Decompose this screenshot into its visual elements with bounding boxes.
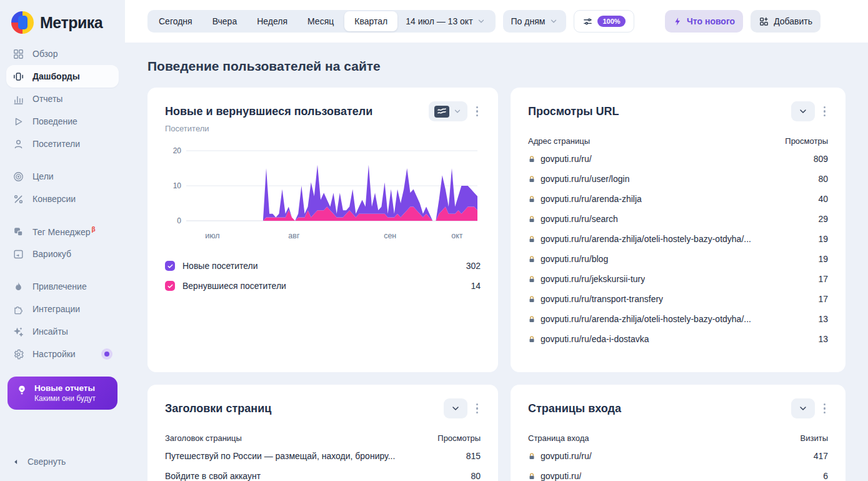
granularity-dropdown[interactable]: По дням [503, 10, 567, 33]
tag-manager-icon [12, 226, 24, 238]
row-label: govputi.ru/ru/eda-i-dostavka [541, 334, 649, 344]
sidebar-item-label: Конверсии [32, 194, 76, 204]
tab-quarter[interactable]: Квартал [344, 11, 397, 31]
legend-value: 302 [466, 261, 481, 271]
sidebar-item-label: Тег Менеджерβ [32, 226, 96, 237]
sidebar-item-reports[interactable]: Отчеты [6, 88, 119, 110]
collapse-sidebar-button[interactable]: Свернуть [6, 451, 119, 472]
chart-type-selector[interactable] [429, 101, 467, 121]
metrika-logo[interactable]: Метрика [6, 9, 119, 43]
sidebar-item-label: Дашборды [32, 71, 80, 81]
tab-month[interactable]: Месяц [297, 11, 344, 31]
legend-label: Новые посетители [182, 261, 258, 271]
legend-item-returning-visitors[interactable]: Вернувшиеся посетители 14 [165, 276, 481, 296]
card-title: Страницы входа [528, 402, 621, 415]
card-url-views: Просмотры URL Адрес страницы Просмотры g… [511, 88, 846, 372]
table-row[interactable]: govputi.ru/ru/search29 [528, 209, 828, 229]
checkbox-checked-icon[interactable] [165, 261, 175, 271]
lock-icon [528, 215, 536, 223]
sidebar-item-overview[interactable]: Обзор [6, 43, 119, 65]
lock-icon [528, 235, 536, 243]
legend-label: Вернувшиеся посетители [182, 281, 286, 291]
table-row[interactable]: govputi.ru/6 [528, 466, 828, 481]
row-value: 40 [818, 194, 828, 204]
topbar: Сегодня Вчера Неделя Месяц Квартал 14 ию… [125, 0, 868, 43]
date-range-picker[interactable]: 14 июл — 13 окт [398, 16, 494, 26]
table-row[interactable]: govputi.ru/ru/blog19 [528, 249, 828, 269]
lock-icon [528, 195, 536, 203]
sidebar-item-visitors[interactable]: Посетители [6, 133, 119, 155]
svg-text:авг: авг [288, 231, 300, 240]
row-label: Войдите в свой аккаунт [165, 471, 261, 481]
lock-icon [528, 255, 536, 263]
card-menu-button[interactable] [821, 104, 829, 119]
row-value: 815 [466, 451, 481, 461]
row-value: 13 [818, 314, 828, 324]
row-value: 417 [814, 451, 828, 461]
table-row[interactable]: Войдите в свой аккаунт80 [165, 466, 481, 481]
table-row[interactable]: govputi.ru/ru/jekskursii-tury17 [528, 269, 828, 289]
lightbulb-icon [16, 385, 27, 396]
puzzle-icon [12, 303, 24, 315]
table-row[interactable]: govputi.ru/ru/arenda-zhilja/oteli-hostel… [528, 229, 828, 249]
sidebar-item-label: Вариокуб [32, 249, 71, 259]
table-row[interactable]: govputi.ru/ru/transport-transfery17 [528, 289, 828, 309]
sidebar-item-label: Цели [32, 171, 54, 181]
sidebar-item-acquisition[interactable]: Привлечение [6, 275, 119, 298]
sidebar-item-integrations[interactable]: Интеграции [6, 298, 119, 320]
sidebar-item-label: Обзор [32, 49, 57, 59]
lock-icon [528, 175, 536, 183]
row-label: govputi.ru/ru/arenda-zhilja [541, 194, 642, 204]
target-icon [12, 171, 24, 183]
card-menu-button[interactable] [474, 104, 481, 119]
sidebar-item-behavior[interactable]: Поведение [6, 110, 119, 133]
card-menu-button[interactable] [821, 401, 829, 417]
table-row[interactable]: govputi.ru/ru/arenda-zhilja40 [528, 189, 828, 209]
table-row[interactable]: govputi.ru/ru/arenda-zhilja/oteli-hostel… [528, 309, 828, 329]
sidebar-item-settings[interactable]: Настройки [6, 343, 119, 365]
add-widget-button[interactable]: Добавить [751, 10, 821, 33]
card-collapse-button[interactable] [791, 398, 815, 418]
row-label: govputi.ru/ru/jekskursii-tury [541, 274, 645, 284]
sampling-badge: 100% [597, 16, 625, 27]
grid-icon [12, 48, 24, 60]
table-row[interactable]: govputi.ru/ru/eda-i-dostavka13 [528, 329, 828, 349]
lock-icon [528, 295, 536, 303]
sidebar-item-tag-manager[interactable]: Тег Менеджерβ [6, 220, 119, 243]
sampling-button[interactable]: 100% [574, 10, 634, 33]
table-row[interactable]: govputi.ru/ru/809 [528, 149, 828, 169]
new-reports-banner[interactable]: Новые отчеты Какими они будут [7, 377, 117, 410]
tab-yesterday[interactable]: Вчера [202, 11, 247, 31]
row-value: 19 [818, 254, 828, 264]
visitors-area-chart[interactable]: 01020июлавгсенокт [165, 139, 481, 247]
sidebar-item-goals[interactable]: Цели [6, 165, 119, 188]
sidebar-item-insights[interactable]: Инсайты [6, 320, 119, 343]
table-row[interactable]: govputi.ru/ru/417 [528, 446, 828, 466]
row-value: 17 [818, 294, 828, 304]
row-label: govputi.ru/ru/arenda-zhilja/oteli-hostel… [541, 234, 751, 244]
card-collapse-button[interactable] [444, 398, 467, 418]
tab-today[interactable]: Сегодня [149, 11, 202, 31]
sidebar-item-conversions[interactable]: Конверсии [6, 188, 119, 210]
sidebar-item-dashboards[interactable]: Дашборды [6, 65, 119, 88]
entry-pages-table: govputi.ru/ru/417govputi.ru/6 [528, 446, 828, 481]
row-label: govputi.ru/ru/transport-transfery [541, 294, 663, 304]
card-subtitle: Посетители [165, 124, 481, 133]
checkbox-checked-icon[interactable] [165, 281, 175, 291]
sidebar-item-variocube[interactable]: Вариокуб [6, 243, 119, 265]
chevron-down-icon [477, 17, 486, 26]
card-collapse-button[interactable] [791, 101, 815, 121]
legend-item-new-visitors[interactable]: Новые посетители 302 [165, 256, 481, 276]
chevron-left-icon [12, 458, 19, 465]
card-entry-pages: Страницы входа Страница входа Визиты gov… [511, 385, 846, 481]
table-row[interactable]: Путешествуй по России — размещай, находи… [165, 446, 481, 466]
whats-new-button[interactable]: Что нового [665, 10, 743, 33]
svg-text:0: 0 [177, 216, 181, 225]
table-header: Адрес страницы Просмотры [528, 133, 828, 149]
card-menu-button[interactable] [474, 401, 481, 417]
table-row[interactable]: govputi.ru/ru/user/login80 [528, 169, 828, 189]
tab-week[interactable]: Неделя [247, 11, 297, 31]
flame-icon [12, 281, 24, 293]
table-header: Заголовок страницы Просмотры [165, 430, 481, 446]
legend-value: 14 [471, 281, 481, 291]
